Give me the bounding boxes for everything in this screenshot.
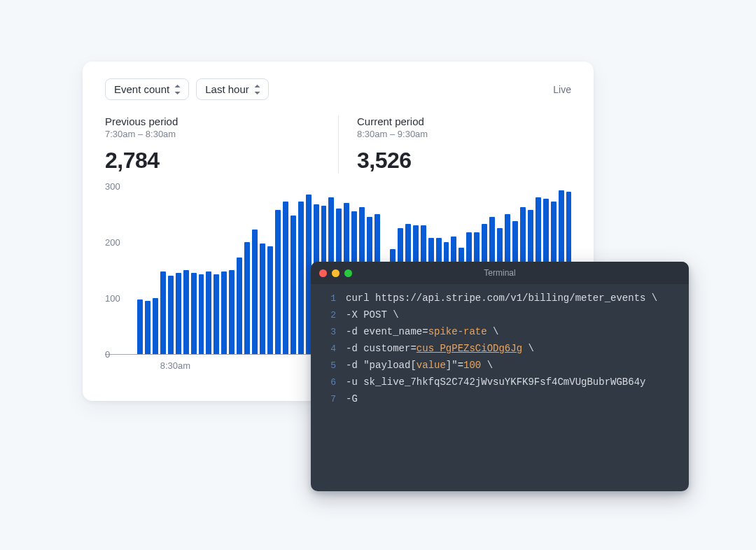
code-text: -G	[346, 393, 358, 404]
code-text: -d event_name=spike-rate \	[346, 326, 498, 337]
previous-period: Previous period 7:30am – 8:30am 2,784	[105, 115, 338, 174]
chart-bar	[260, 244, 265, 354]
line-number: 6	[322, 377, 336, 388]
window-controls	[319, 269, 352, 277]
period-range: 8:30am – 9:30am	[357, 129, 554, 139]
period-title: Previous period	[105, 115, 321, 127]
line-number: 5	[322, 360, 336, 371]
metric-selector-label: Event count	[114, 83, 169, 95]
chart-bar	[244, 242, 250, 354]
terminal-titlebar: Terminal	[311, 262, 689, 284]
terminal-title: Terminal	[311, 268, 689, 278]
chart-bar	[176, 273, 181, 354]
y-axis-tick: 300	[105, 181, 120, 192]
chart-bar	[275, 210, 281, 354]
range-selector[interactable]: Last hour	[196, 78, 269, 100]
code-text: -d customer=cus_PgPEZsCiODg6Jg \	[346, 343, 534, 354]
chart-bar	[145, 301, 150, 354]
terminal-line: 7 -G	[322, 393, 678, 410]
chevron-up-down-icon	[174, 85, 181, 94]
chart-bar	[298, 202, 304, 354]
terminal-line: 5 -d "payload[value]"=100 \	[322, 360, 678, 376]
chart-bar	[290, 216, 296, 354]
line-number: 4	[322, 344, 336, 354]
chart-bar	[153, 298, 158, 354]
terminal-body[interactable]: 1curl https://api.stripe.com/v1/billing/…	[311, 284, 689, 418]
chart-bar	[237, 258, 242, 354]
terminal-window: Terminal 1curl https://api.stripe.com/v1…	[311, 262, 689, 491]
terminal-line: 3 -d event_name=spike-rate \	[322, 326, 678, 343]
close-icon[interactable]	[319, 269, 327, 277]
line-number: 2	[322, 310, 336, 320]
chart-bar	[229, 270, 234, 354]
terminal-line: 4 -d customer=cus_PgPEZsCiODg6Jg \	[322, 343, 678, 360]
line-number: 3	[322, 327, 336, 337]
chart-bar	[283, 202, 288, 354]
period-summary: Previous period 7:30am – 8:30am 2,784 Cu…	[105, 115, 571, 174]
chart-bar	[199, 274, 204, 354]
chart-bar	[214, 274, 219, 354]
chart-bar	[183, 270, 189, 354]
chart-bar	[191, 273, 197, 354]
code-text: curl https://api.stripe.com/v1/billing/m…	[346, 292, 657, 304]
chart-bar	[168, 276, 174, 354]
line-number: 7	[322, 394, 336, 404]
x-axis-tick: 8:30am	[160, 360, 190, 371]
chart-bar	[252, 230, 258, 354]
live-status: Live	[553, 84, 571, 95]
terminal-line: 6 -u sk_live_7hkfqS2C742jWvsuYKFK9Fsf4Cm…	[322, 376, 678, 393]
chevron-up-down-icon	[253, 85, 261, 94]
minimize-icon[interactable]	[332, 269, 340, 277]
range-selector-label: Last hour	[205, 83, 249, 95]
period-value: 3,526	[357, 148, 554, 174]
code-text: -u sk_live_7hkfqS2C742jWvsuYKFK9Fsf4CmVU…	[346, 376, 645, 388]
card-controls: Event count Last hour Live	[105, 78, 571, 100]
code-text: -d "payload[value]"=100 \	[346, 360, 493, 371]
chart-bar	[267, 246, 273, 354]
period-range: 7:30am – 8:30am	[105, 129, 321, 139]
terminal-line: 2 -X POST \	[322, 309, 678, 326]
chart-bar	[221, 272, 227, 354]
code-text: -X POST \	[346, 309, 399, 320]
chart-bar	[160, 272, 166, 354]
current-period: Current period 8:30am – 9:30am 3,526	[338, 115, 571, 174]
metric-selector[interactable]: Event count	[105, 78, 189, 100]
period-value: 2,784	[105, 148, 321, 174]
y-axis-tick: 200	[105, 237, 120, 248]
maximize-icon[interactable]	[344, 269, 352, 277]
line-number: 1	[322, 293, 336, 304]
period-title: Current period	[357, 115, 554, 127]
chart-bar	[137, 299, 143, 354]
y-axis-tick: 100	[105, 293, 120, 304]
chart-bar	[206, 272, 211, 354]
terminal-line: 1curl https://api.stripe.com/v1/billing/…	[322, 292, 678, 309]
